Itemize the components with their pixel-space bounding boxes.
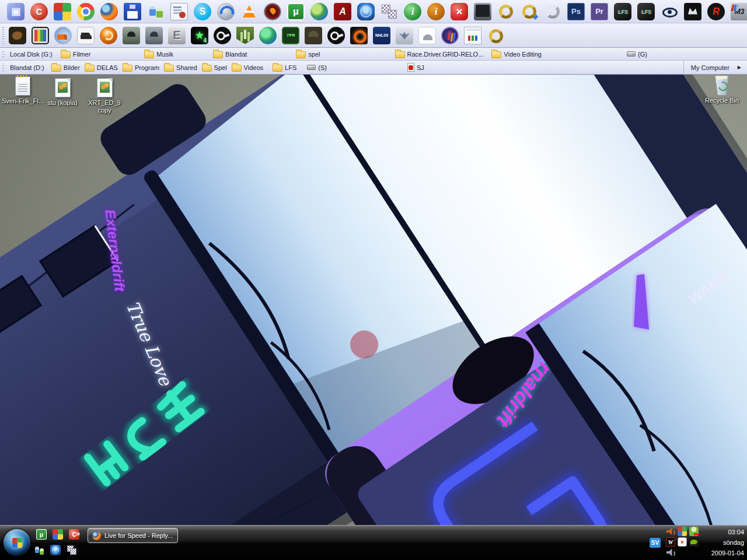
daemon-tools-quick-icon[interactable] xyxy=(50,545,61,555)
desktop-toolbars: ▣CSµAii×99◆PsPrLFSLFSRM3 E★7PMNHL09 Loca… xyxy=(0,0,747,75)
folder-video-editing[interactable]: Video Editing xyxy=(491,50,542,58)
toolbar-grip[interactable] xyxy=(2,64,4,71)
drive-s[interactable]: (S) xyxy=(307,64,327,71)
photoshop-icon[interactable]: Ps xyxy=(567,3,585,20)
disc-burner-icon[interactable] xyxy=(264,3,281,20)
lfs-viewer-eye-icon[interactable] xyxy=(661,3,678,20)
toolbar-row-drive-d: Blandat (D:) BilderDELASProgramSharedSpe… xyxy=(0,61,747,75)
cd-gold-icon[interactable] xyxy=(497,3,515,20)
truck-globe-game-icon[interactable] xyxy=(54,27,72,44)
nvidia-settings-tray-icon[interactable] xyxy=(689,537,699,547)
pdf-sj[interactable]: SJ xyxy=(407,63,424,72)
folder-spel-d[interactable]: Spel xyxy=(202,64,227,72)
folder-musik[interactable]: Musik xyxy=(144,50,173,58)
info-green-icon[interactable]: i xyxy=(404,3,421,20)
arch-app-icon[interactable] xyxy=(418,27,436,44)
utorrent-icon[interactable]: µ xyxy=(287,3,305,20)
folder-spel[interactable]: spel xyxy=(296,50,320,58)
firefox-icon[interactable] xyxy=(100,3,118,20)
ccleaner-icon[interactable]: C xyxy=(30,3,48,20)
folder-program[interactable]: Program xyxy=(123,64,159,72)
google-chrome-icon[interactable] xyxy=(77,3,95,20)
pixel-terminal-game-icon[interactable]: 7PM xyxy=(282,27,299,44)
fire-wheel-game-icon[interactable] xyxy=(350,27,368,44)
windows-messenger-icon[interactable] xyxy=(147,3,165,20)
rfactor-icon[interactable]: R xyxy=(707,3,725,20)
live-for-speed-icon[interactable]: LFS xyxy=(614,3,631,20)
world-globe-game-icon[interactable] xyxy=(259,27,277,44)
day-of-defeat-icon[interactable] xyxy=(305,27,322,44)
chart-document-icon[interactable] xyxy=(464,27,481,44)
vlc-player-icon[interactable] xyxy=(240,3,258,20)
avg-quick-icon[interactable] xyxy=(53,529,63,540)
eagle-strategy-game-icon[interactable] xyxy=(396,27,413,44)
game-ape-icon[interactable] xyxy=(9,27,26,44)
winamp-tray-icon[interactable]: W xyxy=(666,537,675,547)
desktop-icon-file-xrt-ed9-copy[interactable]: XRT_ED_9 copy xyxy=(82,78,127,114)
ea-games-icon[interactable]: E xyxy=(168,27,186,44)
spybot-search-icon[interactable] xyxy=(170,3,188,20)
drive-g[interactable]: (G) xyxy=(627,51,647,58)
internet-globe-icon[interactable] xyxy=(310,3,328,20)
folder-race-driver-grid[interactable]: Race.Driver.GRID-RELO... xyxy=(395,50,484,58)
steam-icon[interactable] xyxy=(214,27,231,44)
art-crayons-icon[interactable] xyxy=(441,27,459,44)
media-dark-tv-icon[interactable] xyxy=(684,3,701,20)
skype-icon[interactable]: S xyxy=(194,3,211,20)
folder-blandat[interactable]: Blandat xyxy=(213,50,247,58)
image-file-icon xyxy=(55,78,71,97)
language-indicator[interactable]: SV xyxy=(650,538,661,548)
volume-tray-icon[interactable] xyxy=(666,527,675,536)
cd-gold-diamond-icon[interactable]: ◆ xyxy=(521,3,538,20)
fraps-monitor-icon[interactable]: 99 xyxy=(474,3,491,20)
daemon-tools-icon[interactable] xyxy=(357,3,375,20)
error-red-x-icon[interactable]: × xyxy=(451,3,468,20)
folder-shared[interactable]: Shared xyxy=(164,64,197,72)
desktop-grids-quick-icon[interactable] xyxy=(67,545,77,555)
shield-game-icon[interactable] xyxy=(236,27,254,44)
clock: 03:04 söndag 2009-01-04 xyxy=(704,527,746,558)
messenger-status-tray-icon[interactable] xyxy=(689,527,699,536)
desktop-grids-icon[interactable] xyxy=(381,3,398,20)
start-button[interactable] xyxy=(4,529,30,556)
windows-update-tray-icon[interactable] xyxy=(678,527,687,536)
my-computer-icon[interactable]: ▣ xyxy=(7,3,25,20)
gold-ring-icon[interactable] xyxy=(487,27,504,44)
toolbar-grip[interactable] xyxy=(2,26,4,44)
headset-voice-icon[interactable] xyxy=(217,3,235,20)
cd-silver-icon[interactable] xyxy=(544,3,561,20)
crysis-warhead-icon[interactable] xyxy=(145,27,163,44)
railroad-game-icon[interactable] xyxy=(77,27,95,44)
folder-lfs[interactable]: LFS xyxy=(273,64,296,72)
desktop-icon-file-stu-kopia[interactable]: stu (kopia) xyxy=(40,78,85,107)
folder-filmer[interactable]: Filmer xyxy=(61,50,91,58)
nhl-09-icon[interactable]: NHL09 xyxy=(373,27,390,44)
info-orange-icon[interactable]: i xyxy=(427,3,445,20)
steam-2-icon[interactable] xyxy=(327,27,345,44)
avg-antivirus-icon[interactable] xyxy=(54,3,71,20)
desktop-icon-recycle-bin[interactable]: Recycle Bin xyxy=(699,76,745,104)
toolbar-grip[interactable] xyxy=(2,51,4,57)
folder-filmer-label: Filmer xyxy=(73,51,91,58)
utorrent-quick-icon[interactable]: µ xyxy=(36,529,47,540)
ubisoft-icon[interactable] xyxy=(100,27,117,44)
audio-device-tray-icon[interactable] xyxy=(666,548,675,557)
messenger-quick-icon[interactable] xyxy=(34,545,44,555)
my-computer-toolbar[interactable]: My Computer ▶ xyxy=(683,61,746,74)
task-button-live-for-speed[interactable]: Live for Speed - Reply... xyxy=(88,528,178,543)
folder-bilder[interactable]: Bilder xyxy=(51,64,80,72)
quicklaunch-overflow-chevron[interactable]: » xyxy=(76,529,80,538)
folder-delas[interactable]: DELAS xyxy=(85,64,118,72)
desktop-screen: Externaldrift Externaldrift True Love Tr… xyxy=(0,0,747,560)
acrobat-reader-icon[interactable]: A xyxy=(334,3,351,20)
bmw-m3-icon[interactable]: M3 xyxy=(731,3,747,20)
folder-videos[interactable]: Videos xyxy=(232,64,263,72)
save-floppy-icon[interactable] xyxy=(124,3,141,20)
error-tray-tray-icon[interactable]: × xyxy=(678,537,687,547)
premiere-icon[interactable]: Pr xyxy=(591,3,608,20)
game-painting-icon[interactable] xyxy=(32,27,49,44)
crysis-icon[interactable] xyxy=(123,27,140,44)
green-star-4-icon[interactable]: ★ xyxy=(191,27,208,44)
live-for-speed-2-icon[interactable]: LFS xyxy=(637,3,655,20)
desktop-icon-file-sven-erik[interactable]: Sven-Erik_Fl... xyxy=(0,76,46,105)
